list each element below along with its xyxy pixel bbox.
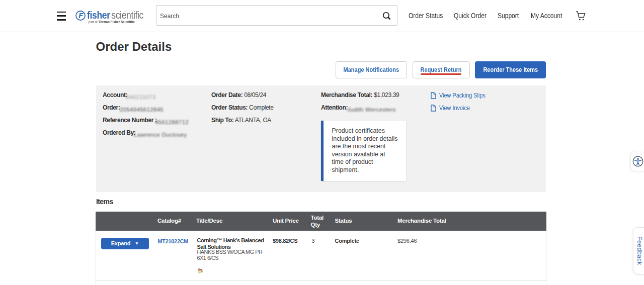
svg-text:F: F (78, 12, 84, 20)
